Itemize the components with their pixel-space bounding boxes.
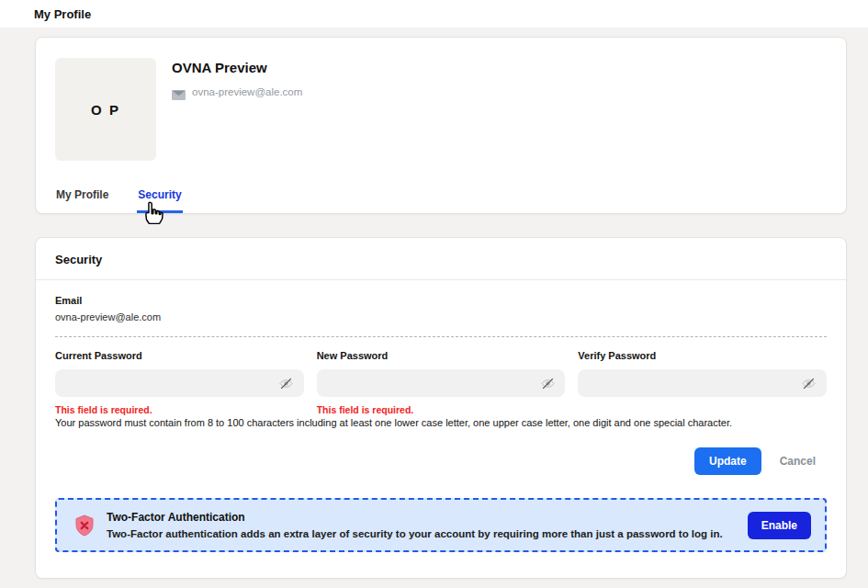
two-factor-description: Two-Factor authentication adds an extra …	[107, 528, 748, 539]
toggle-password-visibility-icon[interactable]	[800, 374, 818, 392]
tab-security[interactable]: Security	[137, 188, 182, 213]
current-password-field-group: Current Password This field is required.	[55, 350, 304, 416]
password-requirements-hint: Your password must contain from 8 to 100…	[55, 417, 827, 428]
profile-tabs: My Profile Security	[55, 188, 183, 213]
new-password-label: New Password	[317, 350, 566, 361]
current-password-error: This field is required.	[55, 404, 304, 416]
two-factor-banner: Two-Factor Authentication Two-Factor aut…	[55, 498, 827, 552]
top-bar: My Profile	[0, 0, 868, 28]
current-password-input[interactable]	[55, 369, 304, 397]
email-label: Email	[55, 295, 827, 306]
current-password-label: Current Password	[55, 350, 304, 361]
profile-card: O P OVNA Preview ovna-preview@ale.com My…	[35, 37, 847, 214]
avatar: O P	[55, 58, 156, 161]
verify-password-error	[578, 404, 827, 416]
section-divider	[55, 336, 827, 337]
enable-button[interactable]: Enable	[748, 512, 811, 539]
shield-x-icon	[74, 514, 95, 537]
toggle-password-visibility-icon[interactable]	[277, 374, 296, 392]
two-factor-title: Two-Factor Authentication	[107, 511, 748, 524]
new-password-field-group: New Password This field is required.	[317, 350, 566, 416]
security-card: Security Email ovna-preview@ale.com Curr…	[35, 237, 847, 579]
update-button[interactable]: Update	[694, 447, 761, 475]
page: My Profile O P OVNA Preview ovna-preview…	[0, 0, 868, 588]
verify-password-input[interactable]	[578, 369, 827, 397]
security-card-title: Security	[55, 253, 102, 266]
profile-email: ovna-preview@ale.com	[192, 86, 302, 97]
envelope-icon	[172, 87, 186, 97]
verify-password-label: Verify Password	[578, 350, 827, 361]
cancel-button[interactable]: Cancel	[780, 455, 816, 468]
toggle-password-visibility-icon[interactable]	[538, 374, 557, 392]
profile-name: OVNA Preview	[172, 60, 302, 75]
verify-password-field-group: Verify Password	[578, 350, 827, 416]
email-value: ovna-preview@ale.com	[55, 311, 827, 322]
page-title: My Profile	[34, 7, 91, 21]
tab-my-profile[interactable]: My Profile	[55, 188, 109, 213]
new-password-error: This field is required.	[317, 404, 566, 416]
security-card-header: Security	[36, 238, 846, 280]
new-password-input[interactable]	[317, 369, 566, 397]
